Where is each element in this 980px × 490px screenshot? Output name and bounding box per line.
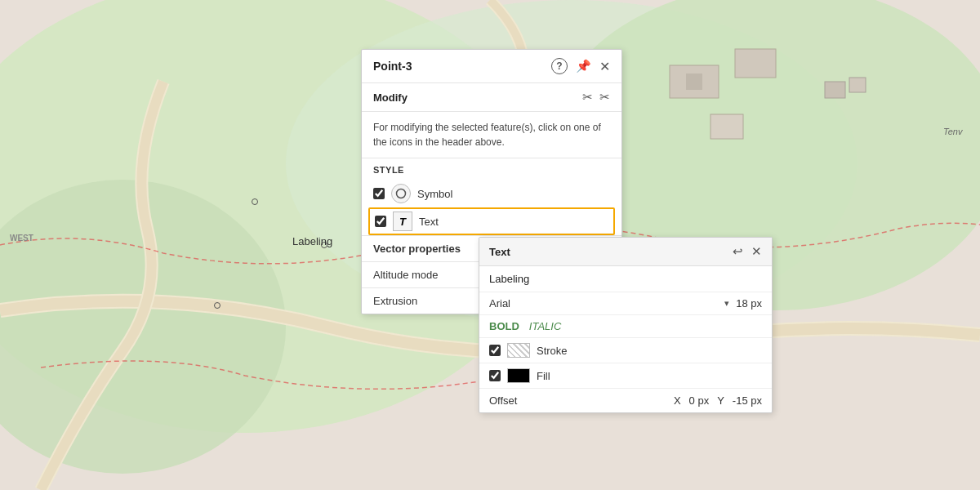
style-section: Style Symbol T Text	[362, 158, 621, 235]
svg-point-13	[397, 189, 406, 198]
map-dot-3	[214, 302, 220, 309]
fill-checkbox[interactable]	[489, 370, 501, 381]
text-value-row: Labeling	[479, 266, 772, 292]
offset-x-label: X	[674, 394, 681, 407]
text-style-label: Text	[419, 216, 439, 228]
map-container: Tenv WEST Labeling Point-3 ? 📌 ✕ Modify …	[0, 0, 980, 490]
stroke-checkbox[interactable]	[489, 345, 501, 356]
panel-header-icons: ? 📌 ✕	[551, 58, 610, 74]
offset-y-value: -15 px	[733, 394, 762, 407]
modify-icon-1[interactable]: ✂	[582, 90, 593, 105]
modify-icon-2[interactable]: ✂	[599, 90, 610, 105]
modify-row: Modify ✂ ✂	[362, 83, 621, 112]
panel-header: Point-3 ? 📌 ✕	[362, 50, 621, 83]
text-value: Labeling	[489, 273, 529, 285]
offset-row: Offset X 0 px Y -15 px	[479, 389, 772, 412]
text-sub-panel: Text ↩ ✕ Labeling Arial ▾ 18 px BOLD ITA…	[479, 237, 773, 413]
style-label: Style	[373, 165, 610, 175]
italic-button[interactable]: ITALIC	[529, 320, 562, 332]
map-dot-1	[252, 198, 258, 205]
text-row[interactable]: T Text	[368, 207, 615, 235]
svg-rect-10	[849, 78, 866, 92]
pin-icon[interactable]: 📌	[576, 59, 591, 74]
close-panel-icon[interactable]: ✕	[599, 59, 610, 74]
text-checkbox[interactable]	[375, 216, 386, 227]
font-selector[interactable]: Arial	[489, 297, 718, 310]
panel-title: Point-3	[373, 60, 412, 73]
font-chevron-icon: ▾	[724, 298, 729, 309]
description-text: For modifying the selected feature(s), c…	[362, 112, 621, 158]
svg-rect-6	[686, 74, 702, 90]
map-labeling-label: Labeling	[292, 235, 332, 247]
offset-x-value: 0 px	[689, 394, 710, 407]
font-row: Arial ▾ 18 px	[479, 292, 772, 315]
fill-row: Fill	[479, 363, 772, 389]
svg-rect-7	[735, 49, 776, 78]
svg-rect-9	[825, 82, 845, 98]
offset-coords: X 0 px Y -15 px	[674, 394, 762, 407]
symbol-label: Symbol	[417, 188, 452, 200]
text-panel-body: Labeling Arial ▾ 18 px BOLD ITALIC Strok…	[479, 266, 772, 412]
altitude-mode-label: Altitude mode	[373, 269, 439, 281]
svg-text:WEST: WEST	[10, 234, 33, 243]
text-panel-close-icon[interactable]: ✕	[751, 244, 762, 259]
symbol-row: Symbol	[373, 180, 610, 207]
modify-icons: ✂ ✂	[582, 90, 610, 105]
modify-label: Modify	[373, 91, 408, 104]
fill-label: Fill	[537, 370, 550, 382]
text-style-icon: T	[393, 212, 412, 231]
symbol-checkbox[interactable]	[373, 188, 385, 199]
text-panel-title: Text	[489, 246, 510, 258]
stroke-label: Stroke	[537, 345, 568, 357]
font-size-value: 18 px	[736, 297, 762, 310]
extrusion-label: Extrusion	[373, 295, 417, 307]
offset-label: Offset	[489, 394, 667, 407]
offset-y-label: Y	[717, 394, 724, 407]
bold-button[interactable]: BOLD	[489, 320, 519, 332]
text-panel-header: Text ↩ ✕	[479, 238, 772, 266]
help-icon[interactable]: ?	[551, 58, 568, 74]
svg-rect-8	[710, 114, 743, 139]
stroke-row: Stroke	[479, 338, 772, 363]
stroke-preview	[507, 343, 530, 358]
fill-preview	[507, 368, 530, 383]
text-panel-reset-icon[interactable]: ↩	[733, 244, 743, 259]
svg-text:Tenv: Tenv	[943, 127, 964, 136]
vector-properties-label: Vector properties	[373, 243, 461, 255]
bold-italic-row: BOLD ITALIC	[479, 315, 772, 338]
symbol-icon	[391, 184, 411, 203]
text-panel-header-icons: ↩ ✕	[733, 244, 762, 259]
